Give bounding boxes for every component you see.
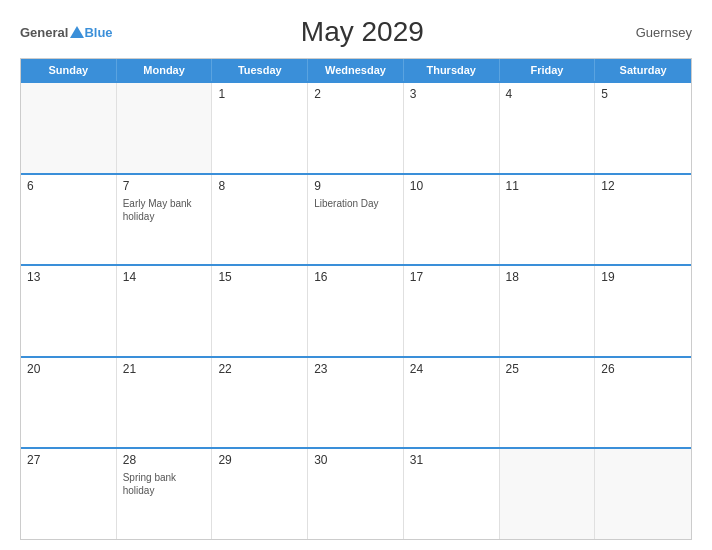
calendar-cell: 10 bbox=[404, 175, 500, 265]
calendar-header-row: SundayMondayTuesdayWednesdayThursdayFrid… bbox=[21, 59, 691, 81]
day-number: 16 bbox=[314, 270, 397, 284]
calendar-week-1: 12345 bbox=[21, 81, 691, 173]
calendar-cell: 28Spring bank holiday bbox=[117, 449, 213, 539]
calendar-cell bbox=[21, 83, 117, 173]
day-number: 1 bbox=[218, 87, 301, 101]
day-number: 9 bbox=[314, 179, 397, 193]
calendar-cell: 14 bbox=[117, 266, 213, 356]
calendar-cell: 29 bbox=[212, 449, 308, 539]
calendar-grid: SundayMondayTuesdayWednesdayThursdayFrid… bbox=[20, 58, 692, 540]
day-number: 25 bbox=[506, 362, 589, 376]
calendar-event: Spring bank holiday bbox=[123, 471, 206, 497]
day-number: 24 bbox=[410, 362, 493, 376]
day-number: 3 bbox=[410, 87, 493, 101]
weekday-header-wednesday: Wednesday bbox=[308, 59, 404, 81]
day-number: 7 bbox=[123, 179, 206, 193]
calendar-week-2: 67Early May bank holiday89Liberation Day… bbox=[21, 173, 691, 265]
day-number: 22 bbox=[218, 362, 301, 376]
weekday-header-tuesday: Tuesday bbox=[212, 59, 308, 81]
calendar-cell: 31 bbox=[404, 449, 500, 539]
day-number: 27 bbox=[27, 453, 110, 467]
day-number: 14 bbox=[123, 270, 206, 284]
day-number: 12 bbox=[601, 179, 685, 193]
day-number: 6 bbox=[27, 179, 110, 193]
calendar-cell: 22 bbox=[212, 358, 308, 448]
day-number: 2 bbox=[314, 87, 397, 101]
calendar-cell: 19 bbox=[595, 266, 691, 356]
day-number: 13 bbox=[27, 270, 110, 284]
day-number: 29 bbox=[218, 453, 301, 467]
calendar-week-4: 20212223242526 bbox=[21, 356, 691, 448]
calendar-cell: 1 bbox=[212, 83, 308, 173]
calendar-cell: 5 bbox=[595, 83, 691, 173]
calendar-cell: 26 bbox=[595, 358, 691, 448]
day-number: 4 bbox=[506, 87, 589, 101]
day-number: 31 bbox=[410, 453, 493, 467]
calendar-week-3: 13141516171819 bbox=[21, 264, 691, 356]
calendar-week-5: 2728Spring bank holiday293031 bbox=[21, 447, 691, 539]
calendar-cell: 23 bbox=[308, 358, 404, 448]
logo-blue-text: Blue bbox=[84, 26, 112, 39]
calendar-cell: 18 bbox=[500, 266, 596, 356]
page-header: General Blue May 2029 Guernsey bbox=[20, 16, 692, 48]
calendar-cell: 6 bbox=[21, 175, 117, 265]
calendar-title: May 2029 bbox=[113, 16, 612, 48]
calendar-page: General Blue May 2029 Guernsey SundayMon… bbox=[0, 0, 712, 550]
calendar-cell: 7Early May bank holiday bbox=[117, 175, 213, 265]
day-number: 28 bbox=[123, 453, 206, 467]
calendar-cell: 27 bbox=[21, 449, 117, 539]
calendar-cell: 2 bbox=[308, 83, 404, 173]
day-number: 18 bbox=[506, 270, 589, 284]
day-number: 19 bbox=[601, 270, 685, 284]
day-number: 10 bbox=[410, 179, 493, 193]
weekday-header-saturday: Saturday bbox=[595, 59, 691, 81]
day-number: 20 bbox=[27, 362, 110, 376]
calendar-cell: 12 bbox=[595, 175, 691, 265]
calendar-cell: 25 bbox=[500, 358, 596, 448]
calendar-cell: 16 bbox=[308, 266, 404, 356]
calendar-cell bbox=[117, 83, 213, 173]
weekday-header-friday: Friday bbox=[500, 59, 596, 81]
calendar-cell: 15 bbox=[212, 266, 308, 356]
weekday-header-monday: Monday bbox=[117, 59, 213, 81]
calendar-cell: 13 bbox=[21, 266, 117, 356]
calendar-event: Early May bank holiday bbox=[123, 197, 206, 223]
logo-triangle-icon bbox=[70, 26, 84, 38]
day-number: 15 bbox=[218, 270, 301, 284]
logo-general-text: General bbox=[20, 26, 68, 39]
calendar-cell: 24 bbox=[404, 358, 500, 448]
day-number: 26 bbox=[601, 362, 685, 376]
day-number: 5 bbox=[601, 87, 685, 101]
day-number: 8 bbox=[218, 179, 301, 193]
calendar-cell bbox=[595, 449, 691, 539]
weekday-header-thursday: Thursday bbox=[404, 59, 500, 81]
calendar-cell: 30 bbox=[308, 449, 404, 539]
weekday-header-sunday: Sunday bbox=[21, 59, 117, 81]
day-number: 30 bbox=[314, 453, 397, 467]
calendar-cell: 20 bbox=[21, 358, 117, 448]
calendar-cell: 11 bbox=[500, 175, 596, 265]
calendar-cell: 21 bbox=[117, 358, 213, 448]
day-number: 21 bbox=[123, 362, 206, 376]
calendar-cell bbox=[500, 449, 596, 539]
calendar-cell: 9Liberation Day bbox=[308, 175, 404, 265]
day-number: 23 bbox=[314, 362, 397, 376]
calendar-cell: 4 bbox=[500, 83, 596, 173]
calendar-cell: 17 bbox=[404, 266, 500, 356]
day-number: 11 bbox=[506, 179, 589, 193]
logo: General Blue bbox=[20, 26, 113, 39]
calendar-cell: 3 bbox=[404, 83, 500, 173]
country-label: Guernsey bbox=[612, 25, 692, 40]
calendar-cell: 8 bbox=[212, 175, 308, 265]
calendar-event: Liberation Day bbox=[314, 197, 397, 210]
calendar-body: 1234567Early May bank holiday89Liberatio… bbox=[21, 81, 691, 539]
day-number: 17 bbox=[410, 270, 493, 284]
